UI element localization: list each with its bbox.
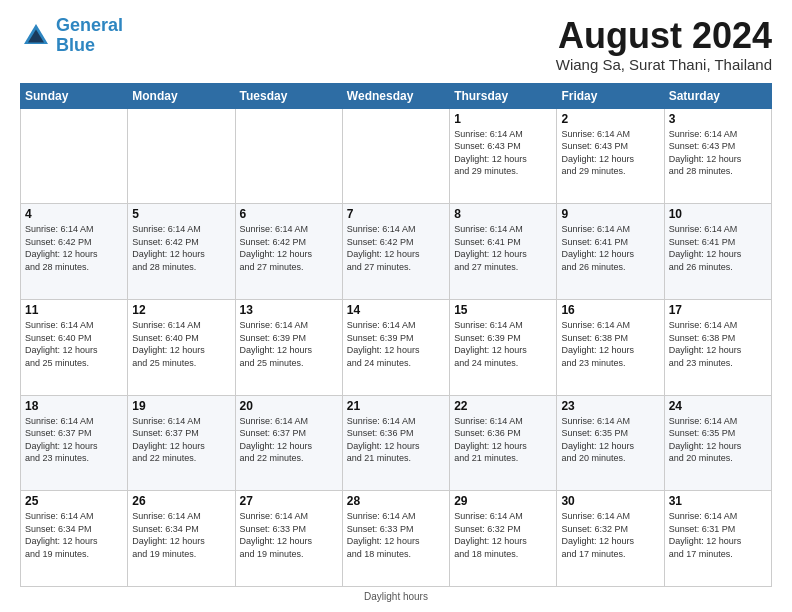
day-number: 27 xyxy=(240,494,338,508)
day-info: Sunrise: 6:14 AM Sunset: 6:42 PM Dayligh… xyxy=(132,223,230,273)
day-cell xyxy=(128,108,235,204)
day-info: Sunrise: 6:14 AM Sunset: 6:40 PM Dayligh… xyxy=(25,319,123,369)
day-number: 23 xyxy=(561,399,659,413)
calendar-header-row: SundayMondayTuesdayWednesdayThursdayFrid… xyxy=(21,83,772,108)
col-header-wednesday: Wednesday xyxy=(342,83,449,108)
day-number: 18 xyxy=(25,399,123,413)
day-number: 14 xyxy=(347,303,445,317)
day-info: Sunrise: 6:14 AM Sunset: 6:33 PM Dayligh… xyxy=(347,510,445,560)
day-cell: 7Sunrise: 6:14 AM Sunset: 6:42 PM Daylig… xyxy=(342,204,449,300)
day-cell: 9Sunrise: 6:14 AM Sunset: 6:41 PM Daylig… xyxy=(557,204,664,300)
day-cell: 23Sunrise: 6:14 AM Sunset: 6:35 PM Dayli… xyxy=(557,395,664,491)
day-number: 17 xyxy=(669,303,767,317)
day-info: Sunrise: 6:14 AM Sunset: 6:41 PM Dayligh… xyxy=(561,223,659,273)
logo-text: General Blue xyxy=(56,16,123,56)
day-cell: 28Sunrise: 6:14 AM Sunset: 6:33 PM Dayli… xyxy=(342,491,449,587)
day-number: 21 xyxy=(347,399,445,413)
day-number: 16 xyxy=(561,303,659,317)
day-cell: 27Sunrise: 6:14 AM Sunset: 6:33 PM Dayli… xyxy=(235,491,342,587)
day-number: 26 xyxy=(132,494,230,508)
day-cell: 20Sunrise: 6:14 AM Sunset: 6:37 PM Dayli… xyxy=(235,395,342,491)
day-info: Sunrise: 6:14 AM Sunset: 6:37 PM Dayligh… xyxy=(240,415,338,465)
day-info: Sunrise: 6:14 AM Sunset: 6:34 PM Dayligh… xyxy=(25,510,123,560)
col-header-monday: Monday xyxy=(128,83,235,108)
col-header-thursday: Thursday xyxy=(450,83,557,108)
day-info: Sunrise: 6:14 AM Sunset: 6:42 PM Dayligh… xyxy=(25,223,123,273)
footer-note: Daylight hours xyxy=(20,591,772,602)
day-cell: 22Sunrise: 6:14 AM Sunset: 6:36 PM Dayli… xyxy=(450,395,557,491)
day-cell: 30Sunrise: 6:14 AM Sunset: 6:32 PM Dayli… xyxy=(557,491,664,587)
day-number: 15 xyxy=(454,303,552,317)
day-number: 6 xyxy=(240,207,338,221)
day-cell xyxy=(342,108,449,204)
day-info: Sunrise: 6:14 AM Sunset: 6:33 PM Dayligh… xyxy=(240,510,338,560)
day-cell: 25Sunrise: 6:14 AM Sunset: 6:34 PM Dayli… xyxy=(21,491,128,587)
day-number: 22 xyxy=(454,399,552,413)
day-cell xyxy=(21,108,128,204)
day-number: 13 xyxy=(240,303,338,317)
day-info: Sunrise: 6:14 AM Sunset: 6:35 PM Dayligh… xyxy=(561,415,659,465)
col-header-friday: Friday xyxy=(557,83,664,108)
day-info: Sunrise: 6:14 AM Sunset: 6:36 PM Dayligh… xyxy=(347,415,445,465)
day-number: 25 xyxy=(25,494,123,508)
day-cell: 8Sunrise: 6:14 AM Sunset: 6:41 PM Daylig… xyxy=(450,204,557,300)
day-cell: 17Sunrise: 6:14 AM Sunset: 6:38 PM Dayli… xyxy=(664,299,771,395)
subtitle: Wiang Sa, Surat Thani, Thailand xyxy=(556,56,772,73)
day-number: 8 xyxy=(454,207,552,221)
title-block: August 2024 Wiang Sa, Surat Thani, Thail… xyxy=(556,16,772,73)
day-number: 12 xyxy=(132,303,230,317)
day-number: 3 xyxy=(669,112,767,126)
day-cell: 1Sunrise: 6:14 AM Sunset: 6:43 PM Daylig… xyxy=(450,108,557,204)
day-cell: 16Sunrise: 6:14 AM Sunset: 6:38 PM Dayli… xyxy=(557,299,664,395)
day-info: Sunrise: 6:14 AM Sunset: 6:38 PM Dayligh… xyxy=(669,319,767,369)
day-number: 1 xyxy=(454,112,552,126)
day-number: 10 xyxy=(669,207,767,221)
day-cell: 4Sunrise: 6:14 AM Sunset: 6:42 PM Daylig… xyxy=(21,204,128,300)
day-info: Sunrise: 6:14 AM Sunset: 6:37 PM Dayligh… xyxy=(25,415,123,465)
day-cell: 29Sunrise: 6:14 AM Sunset: 6:32 PM Dayli… xyxy=(450,491,557,587)
col-header-sunday: Sunday xyxy=(21,83,128,108)
week-row-4: 25Sunrise: 6:14 AM Sunset: 6:34 PM Dayli… xyxy=(21,491,772,587)
day-info: Sunrise: 6:14 AM Sunset: 6:35 PM Dayligh… xyxy=(669,415,767,465)
day-info: Sunrise: 6:14 AM Sunset: 6:43 PM Dayligh… xyxy=(454,128,552,178)
day-info: Sunrise: 6:14 AM Sunset: 6:43 PM Dayligh… xyxy=(561,128,659,178)
day-number: 28 xyxy=(347,494,445,508)
day-info: Sunrise: 6:14 AM Sunset: 6:43 PM Dayligh… xyxy=(669,128,767,178)
week-row-3: 18Sunrise: 6:14 AM Sunset: 6:37 PM Dayli… xyxy=(21,395,772,491)
header: General Blue August 2024 Wiang Sa, Surat… xyxy=(20,16,772,73)
calendar-table: SundayMondayTuesdayWednesdayThursdayFrid… xyxy=(20,83,772,587)
day-cell: 10Sunrise: 6:14 AM Sunset: 6:41 PM Dayli… xyxy=(664,204,771,300)
day-cell: 12Sunrise: 6:14 AM Sunset: 6:40 PM Dayli… xyxy=(128,299,235,395)
day-info: Sunrise: 6:14 AM Sunset: 6:38 PM Dayligh… xyxy=(561,319,659,369)
day-cell: 31Sunrise: 6:14 AM Sunset: 6:31 PM Dayli… xyxy=(664,491,771,587)
day-cell: 2Sunrise: 6:14 AM Sunset: 6:43 PM Daylig… xyxy=(557,108,664,204)
day-number: 2 xyxy=(561,112,659,126)
day-number: 20 xyxy=(240,399,338,413)
day-info: Sunrise: 6:14 AM Sunset: 6:42 PM Dayligh… xyxy=(240,223,338,273)
day-cell xyxy=(235,108,342,204)
logo: General Blue xyxy=(20,16,123,56)
day-info: Sunrise: 6:14 AM Sunset: 6:37 PM Dayligh… xyxy=(132,415,230,465)
day-number: 9 xyxy=(561,207,659,221)
day-cell: 14Sunrise: 6:14 AM Sunset: 6:39 PM Dayli… xyxy=(342,299,449,395)
day-number: 19 xyxy=(132,399,230,413)
col-header-tuesday: Tuesday xyxy=(235,83,342,108)
week-row-0: 1Sunrise: 6:14 AM Sunset: 6:43 PM Daylig… xyxy=(21,108,772,204)
day-cell: 15Sunrise: 6:14 AM Sunset: 6:39 PM Dayli… xyxy=(450,299,557,395)
day-cell: 18Sunrise: 6:14 AM Sunset: 6:37 PM Dayli… xyxy=(21,395,128,491)
day-cell: 19Sunrise: 6:14 AM Sunset: 6:37 PM Dayli… xyxy=(128,395,235,491)
logo-line1: General xyxy=(56,15,123,35)
day-info: Sunrise: 6:14 AM Sunset: 6:40 PM Dayligh… xyxy=(132,319,230,369)
day-info: Sunrise: 6:14 AM Sunset: 6:42 PM Dayligh… xyxy=(347,223,445,273)
day-info: Sunrise: 6:14 AM Sunset: 6:39 PM Dayligh… xyxy=(347,319,445,369)
day-number: 31 xyxy=(669,494,767,508)
day-info: Sunrise: 6:14 AM Sunset: 6:32 PM Dayligh… xyxy=(454,510,552,560)
week-row-2: 11Sunrise: 6:14 AM Sunset: 6:40 PM Dayli… xyxy=(21,299,772,395)
day-info: Sunrise: 6:14 AM Sunset: 6:39 PM Dayligh… xyxy=(240,319,338,369)
day-number: 7 xyxy=(347,207,445,221)
day-cell: 26Sunrise: 6:14 AM Sunset: 6:34 PM Dayli… xyxy=(128,491,235,587)
day-info: Sunrise: 6:14 AM Sunset: 6:36 PM Dayligh… xyxy=(454,415,552,465)
week-row-1: 4Sunrise: 6:14 AM Sunset: 6:42 PM Daylig… xyxy=(21,204,772,300)
day-info: Sunrise: 6:14 AM Sunset: 6:39 PM Dayligh… xyxy=(454,319,552,369)
day-info: Sunrise: 6:14 AM Sunset: 6:31 PM Dayligh… xyxy=(669,510,767,560)
